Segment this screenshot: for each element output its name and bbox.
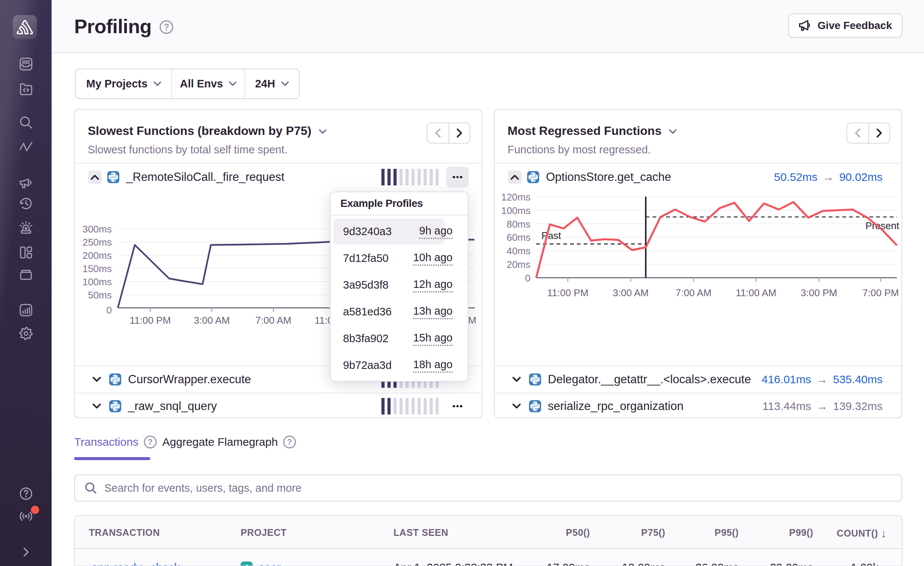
svg-text:50ms: 50ms <box>88 289 112 301</box>
svg-text:0: 0 <box>107 304 112 316</box>
svg-text:60ms: 60ms <box>506 232 531 243</box>
svg-text:40ms: 40ms <box>506 245 531 257</box>
svg-text:100ms: 100ms <box>501 205 531 216</box>
svg-text:3:00 AM: 3:00 AM <box>613 287 648 298</box>
svg-text:3:00 AM: 3:00 AM <box>194 315 230 326</box>
svg-text:20ms: 20ms <box>506 259 531 270</box>
svg-text:Past: Past <box>541 230 561 241</box>
svg-text:100ms: 100ms <box>82 276 112 288</box>
svg-text:3:00 PM: 3:00 PM <box>801 287 837 298</box>
svg-text:7:00 AM: 7:00 AM <box>675 287 711 298</box>
svg-text:0: 0 <box>525 272 531 284</box>
svg-text:200ms: 200ms <box>82 250 112 261</box>
svg-text:11:00 PM: 11:00 PM <box>130 315 171 326</box>
svg-text:150ms: 150ms <box>82 263 112 274</box>
svg-text:80ms: 80ms <box>506 219 531 230</box>
svg-text:11:00 PM: 11:00 PM <box>547 287 588 298</box>
svg-text:7:00 AM: 7:00 AM <box>255 315 291 326</box>
svg-text:7:00 PM: 7:00 PM <box>863 287 899 298</box>
svg-text:300ms: 300ms <box>82 223 112 235</box>
svg-text:11:00 AM: 11:00 AM <box>736 287 776 298</box>
svg-text:120ms: 120ms <box>501 191 531 203</box>
svg-text:250ms: 250ms <box>82 237 112 248</box>
